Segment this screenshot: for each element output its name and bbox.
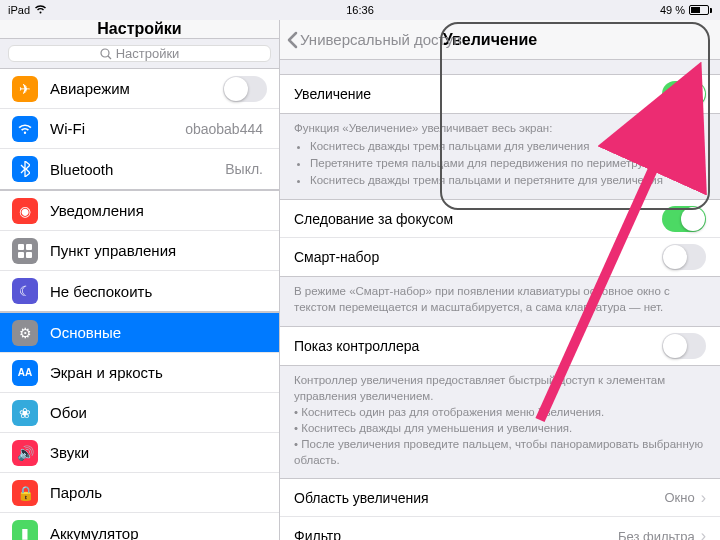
sidebar-title: Настройки (97, 20, 181, 38)
chevron-right-icon: › (701, 527, 706, 540)
svg-rect-3 (26, 244, 32, 250)
gear-icon: ⚙ (12, 320, 38, 346)
wifi-settings-icon (12, 116, 38, 142)
sidebar-item-general[interactable]: ⚙ Основные (0, 313, 279, 353)
smart-typing-row[interactable]: Смарт-набор (280, 238, 720, 276)
sounds-icon: 🔊 (12, 440, 38, 466)
display-icon: AA (12, 360, 38, 386)
smart-typing-toggle[interactable] (662, 244, 706, 270)
show-controller-toggle[interactable] (662, 333, 706, 359)
battery-pct: 49 % (660, 4, 685, 16)
follow-focus-toggle[interactable] (662, 206, 706, 232)
wallpaper-icon: ❀ (12, 400, 38, 426)
zoom-filter-row[interactable]: Фильтр Без фильтра › (280, 517, 720, 540)
wifi-icon (34, 4, 47, 16)
moon-icon: ☾ (12, 278, 38, 304)
sidebar-item-battery[interactable]: ▮ Аккумулятор (0, 513, 279, 540)
battery-settings-icon: ▮ (12, 520, 38, 540)
sidebar-item-dnd[interactable]: ☾ Не беспокоить (0, 271, 279, 311)
svg-rect-4 (18, 252, 24, 258)
device-name: iPad (8, 4, 30, 16)
lock-icon: 🔒 (12, 480, 38, 506)
svg-rect-2 (18, 244, 24, 250)
sidebar-item-wallpaper[interactable]: ❀ Обои (0, 393, 279, 433)
sidebar-item-sounds[interactable]: 🔊 Звуки (0, 433, 279, 473)
zoom-toggle[interactable] (662, 81, 706, 107)
bluetooth-icon (12, 156, 38, 182)
status-bar: iPad 16:36 49 % (0, 0, 720, 20)
search-icon (100, 48, 112, 60)
follow-focus-row[interactable]: Следование за фокусом (280, 200, 720, 238)
zoom-row[interactable]: Увеличение (280, 75, 720, 113)
svg-line-1 (108, 56, 111, 59)
controller-description: Контроллер увеличения предоставляет быст… (280, 366, 720, 471)
sidebar-item-airplane[interactable]: ✈ Авиарежим (0, 69, 279, 109)
search-input[interactable]: Настройки (8, 45, 271, 62)
zoom-description: Функция «Увеличение» увеличивает весь эк… (280, 114, 720, 191)
control-center-icon (12, 238, 38, 264)
sidebar-header: Настройки (0, 20, 279, 39)
sidebar-item-bluetooth[interactable]: Bluetooth Выкл. (0, 149, 279, 189)
battery-icon (689, 5, 712, 15)
svg-rect-5 (26, 252, 32, 258)
sidebar-item-wifi[interactable]: Wi-Fi obaobab444 (0, 109, 279, 149)
sidebar-item-notifications[interactable]: ◉ Уведомления (0, 191, 279, 231)
sidebar-item-control-center[interactable]: Пункт управления (0, 231, 279, 271)
sidebar: Настройки Настройки ✈ Авиарежим Wi-Fi ob… (0, 20, 280, 540)
clock: 16:36 (346, 4, 374, 16)
show-controller-row[interactable]: Показ контроллера (280, 327, 720, 365)
sidebar-item-display[interactable]: AA Экран и яркость (0, 353, 279, 393)
zoom-region-row[interactable]: Область увеличения Окно › (280, 479, 720, 517)
notifications-icon: ◉ (12, 198, 38, 224)
chevron-left-icon (286, 31, 298, 49)
back-button[interactable]: Универсальный доступ (286, 31, 461, 49)
detail-pane: Универсальный доступ Увеличение Увеличен… (280, 20, 720, 540)
airplane-toggle[interactable] (223, 76, 267, 102)
sidebar-item-passcode[interactable]: 🔒 Пароль (0, 473, 279, 513)
smart-typing-description: В режиме «Смарт-набор» при появлении кла… (280, 277, 720, 317)
svg-point-0 (101, 49, 109, 57)
airplane-icon: ✈ (12, 76, 38, 102)
chevron-right-icon: › (701, 489, 706, 507)
detail-header: Универсальный доступ Увеличение (280, 20, 720, 60)
